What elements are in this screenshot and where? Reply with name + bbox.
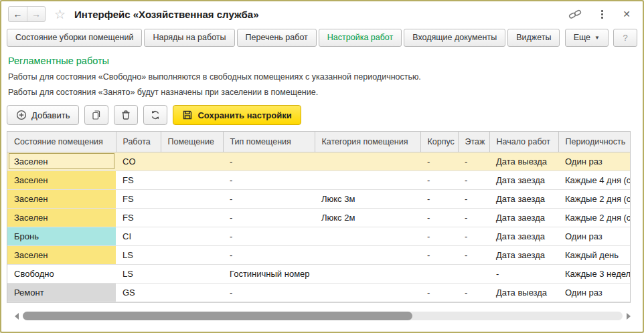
cell-room[interactable] xyxy=(161,264,223,283)
table-row[interactable]: ЗаселенFS-Люкс 2м--Дата заездаКаждые 2 д… xyxy=(7,208,630,227)
table-row[interactable]: СвободноLSГостиничный номер-Каждые 3 нед… xyxy=(7,264,630,283)
cell-room-category[interactable] xyxy=(315,283,420,302)
refresh-button[interactable] xyxy=(143,105,167,125)
table-row[interactable]: ЗаселенLS---Дата заездаКаждый день xyxy=(7,245,630,264)
back-button[interactable]: ← xyxy=(9,7,27,21)
cell-room-type[interactable]: - xyxy=(223,171,315,189)
column-header-room[interactable]: Помещение xyxy=(161,132,223,152)
delete-button[interactable] xyxy=(114,105,138,125)
cell-room[interactable] xyxy=(161,152,223,171)
cell-room[interactable] xyxy=(161,189,223,208)
cell-room[interactable] xyxy=(161,245,223,264)
cell-room-type[interactable]: - xyxy=(223,189,315,208)
cell-periodicity[interactable]: Каждые 4 дня (с 4 xyxy=(558,171,630,189)
cell-periodicity[interactable]: Каждые 2 дня (со xyxy=(558,189,630,208)
cell-state[interactable]: Заселен xyxy=(7,245,116,264)
close-icon[interactable]: ✕ xyxy=(623,9,631,19)
cell-building[interactable]: - xyxy=(420,245,458,264)
scrollbar-track[interactable] xyxy=(23,312,623,320)
tab-work-orders[interactable]: Наряды на работы xyxy=(144,29,234,47)
column-header-work[interactable]: Работа xyxy=(116,132,161,152)
save-settings-button[interactable]: Сохранить настройки xyxy=(173,105,301,125)
cell-building[interactable] xyxy=(420,264,458,283)
cell-work[interactable]: FS xyxy=(116,171,161,189)
cell-start[interactable]: Дата выезда xyxy=(489,283,558,302)
scrollbar-thumb[interactable] xyxy=(23,312,412,320)
column-header-start[interactable]: Начало работ xyxy=(489,132,558,152)
column-header-building[interactable]: Корпус xyxy=(420,132,458,152)
cell-work[interactable]: LS xyxy=(116,245,161,264)
cell-state[interactable]: Ремонт xyxy=(7,283,116,302)
forward-button[interactable]: → xyxy=(27,7,45,21)
cell-work[interactable]: LS xyxy=(116,264,161,283)
tab-work-list[interactable]: Перечень работ xyxy=(237,29,317,47)
cell-work[interactable]: CO xyxy=(116,152,161,171)
cell-start[interactable]: Дата выезда xyxy=(489,152,558,171)
scroll-left-arrow-icon[interactable] xyxy=(15,313,19,320)
cell-room-type[interactable]: - xyxy=(223,208,315,227)
more-button[interactable]: Еще ▼ xyxy=(565,29,609,47)
add-button[interactable]: Добавить xyxy=(7,105,79,125)
cell-start[interactable]: Дата заезда xyxy=(489,189,558,208)
cell-room[interactable] xyxy=(161,227,223,245)
cell-periodicity[interactable]: Каждые 3 недели xyxy=(558,264,630,283)
cell-start[interactable]: Дата заезда xyxy=(489,208,558,227)
cell-room-category[interactable] xyxy=(315,152,420,171)
table-row[interactable]: БроньCI---Дата заездаОдин раз xyxy=(7,227,630,245)
cell-floor[interactable]: - xyxy=(458,171,489,189)
cell-floor[interactable]: - xyxy=(458,208,489,227)
cell-work[interactable]: FS xyxy=(116,189,161,208)
scroll-right-arrow-icon[interactable] xyxy=(627,313,631,320)
horizontal-scrollbar[interactable] xyxy=(7,312,631,321)
column-header-room-type[interactable]: Тип помещения xyxy=(223,132,315,152)
cell-room-category[interactable]: Люкс 2м xyxy=(315,208,420,227)
favorite-star-icon[interactable]: ☆ xyxy=(54,8,66,21)
cell-periodicity[interactable]: Один раз xyxy=(558,152,630,171)
cell-floor[interactable]: - xyxy=(458,283,489,302)
cell-work[interactable]: GS xyxy=(116,283,161,302)
cell-floor[interactable]: - xyxy=(458,245,489,264)
table-row[interactable]: ЗаселенFS---Дата заездаКаждые 4 дня (с 4 xyxy=(7,171,630,189)
cell-building[interactable]: - xyxy=(420,171,458,189)
cell-state[interactable]: Заселен xyxy=(7,189,116,208)
cell-room-type[interactable]: Гостиничный номер xyxy=(223,264,315,283)
cell-state[interactable]: Бронь xyxy=(7,227,116,245)
cell-periodicity[interactable]: Каждый день xyxy=(558,245,630,264)
column-header-state[interactable]: Состояние помещения xyxy=(7,132,116,152)
cell-building[interactable]: - xyxy=(420,189,458,208)
cell-building[interactable]: - xyxy=(420,283,458,302)
cell-room-category[interactable] xyxy=(315,264,420,283)
cell-room-category[interactable] xyxy=(315,227,420,245)
tab-incoming-documents[interactable]: Входящие документы xyxy=(404,29,505,47)
tab-cleaning-state[interactable]: Состояние уборки помещений xyxy=(7,29,142,47)
tab-work-setup[interactable]: Настройка работ xyxy=(319,29,402,47)
cell-room[interactable] xyxy=(161,208,223,227)
copy-button[interactable] xyxy=(84,105,108,125)
more-menu-icon[interactable] xyxy=(600,9,605,20)
column-header-periodicity[interactable]: Периодичность xyxy=(558,132,630,152)
cell-state[interactable]: Заселен xyxy=(7,171,116,189)
cell-periodicity[interactable]: Один раз xyxy=(558,227,630,245)
cell-work[interactable]: FS xyxy=(116,208,161,227)
table-row[interactable]: РемонтGS---Дата выездаОдин раз xyxy=(7,283,630,302)
cell-periodicity[interactable]: Каждые 2 дня (со xyxy=(558,208,630,227)
table-row[interactable]: ЗаселенCO---Дата выездаОдин раз xyxy=(7,152,630,171)
cell-floor[interactable] xyxy=(458,264,489,283)
column-header-room-category[interactable]: Категория помещения xyxy=(315,132,420,152)
cell-state[interactable]: Заселен xyxy=(7,208,116,227)
column-header-floor[interactable]: Этаж xyxy=(458,132,489,152)
cell-start[interactable]: Дата заезда xyxy=(489,171,558,189)
tab-widgets[interactable]: Виджеты xyxy=(507,29,560,47)
cell-periodicity[interactable]: Один раз xyxy=(558,283,630,302)
cell-room[interactable] xyxy=(161,283,223,302)
cell-floor[interactable]: - xyxy=(458,152,489,171)
cell-room[interactable] xyxy=(161,171,223,189)
help-button[interactable]: ? xyxy=(613,29,637,47)
cell-room-category[interactable] xyxy=(315,171,420,189)
cell-room-category[interactable] xyxy=(315,245,420,264)
cell-start[interactable]: - xyxy=(489,264,558,283)
cell-building[interactable]: - xyxy=(420,227,458,245)
cell-room-type[interactable]: - xyxy=(223,283,315,302)
cell-state[interactable]: Свободно xyxy=(7,264,116,283)
cell-room-type[interactable]: - xyxy=(223,227,315,245)
